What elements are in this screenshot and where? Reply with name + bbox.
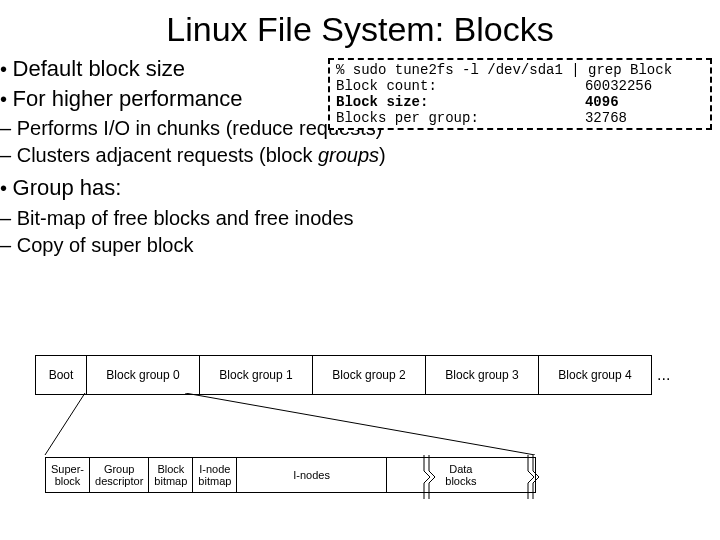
cell-inode-bitmap: I-nodebitmap [192, 457, 237, 493]
cell-data-blocks: Datablocks [386, 457, 536, 493]
bullet-clusters-italic: groups [318, 144, 379, 166]
diagram-row-groups: Boot Block group 0 Block group 1 Block g… [35, 355, 685, 395]
ellipsis: ... [651, 366, 670, 384]
code-row2-val: 4096 [555, 94, 704, 110]
bullet-group-has: Group has: [0, 174, 386, 202]
cell-superblock: Super-block [45, 457, 90, 493]
code-row1-val: 60032256 [555, 78, 704, 94]
cell-group4: Block group 4 [538, 355, 652, 395]
bullet-clusters-pre: Clusters adjacent requests (block [17, 144, 318, 166]
cell-group1: Block group 1 [199, 355, 313, 395]
bullet-clusters-post: ) [379, 144, 386, 166]
connector-lines [35, 393, 685, 455]
slide-title: Linux File System: Blocks [0, 10, 720, 49]
bullet-list-2: Group has: [0, 174, 386, 202]
cell-block-bitmap: Blockbitmap [148, 457, 193, 493]
cell-group-descriptor: Groupdescriptor [89, 457, 149, 493]
bullet-bitmap: Bit-map of free blocks and free inodes [0, 206, 386, 231]
code-row3-key: Blocks per group: [336, 110, 555, 126]
svg-line-0 [45, 393, 85, 455]
terminal-command: % sudo tune2fs -l /dev/sda1 | grep Block [336, 62, 704, 78]
diagram-row-detail: Super-block Groupdescriptor Blockbitmap … [45, 457, 535, 493]
cell-group2: Block group 2 [312, 355, 426, 395]
code-row2-key: Block size: [336, 94, 555, 110]
code-row1-key: Block count: [336, 78, 555, 94]
cell-group0: Block group 0 [86, 355, 200, 395]
bullet-list-2-sub: Bit-map of free blocks and free inodes C… [0, 206, 386, 258]
bullet-clusters: Clusters adjacent requests (block groups… [0, 143, 386, 168]
block-diagram: Boot Block group 0 Block group 1 Block g… [35, 355, 685, 493]
break-mark-2 [527, 455, 539, 499]
bullet-superblock-copy: Copy of super block [0, 233, 386, 258]
cell-group3: Block group 3 [425, 355, 539, 395]
terminal-output: % sudo tune2fs -l /dev/sda1 | grep Block… [328, 58, 712, 130]
break-mark-1 [423, 455, 435, 499]
cell-inodes: I-nodes [236, 457, 386, 493]
svg-line-1 [185, 393, 535, 455]
code-row3-val: 32768 [555, 110, 704, 126]
cell-boot: Boot [35, 355, 87, 395]
